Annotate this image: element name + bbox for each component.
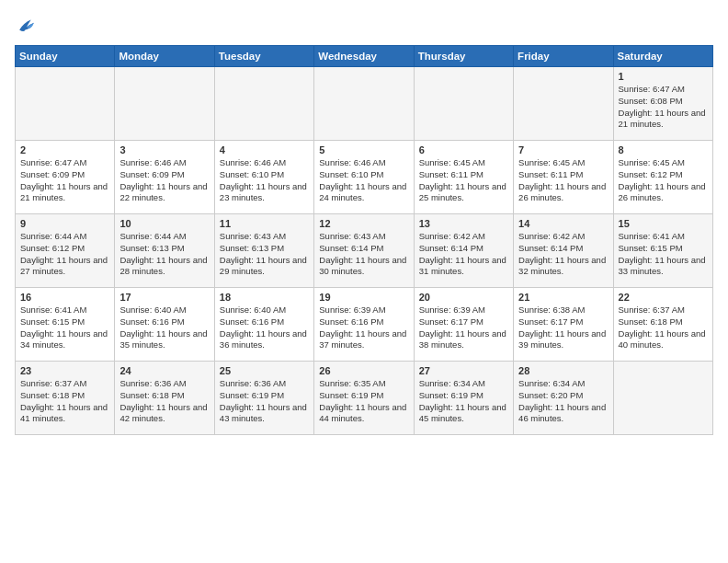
- calendar-cell: 23Sunrise: 6:37 AMSunset: 6:18 PMDayligh…: [16, 362, 115, 435]
- day-number: 26: [319, 365, 408, 376]
- weekday-header-saturday: Saturday: [613, 46, 712, 67]
- day-info: Sunrise: 6:45 AMSunset: 6:11 PMDaylight:…: [419, 157, 508, 204]
- day-number: 14: [518, 218, 608, 229]
- day-info: Sunrise: 6:44 AMSunset: 6:12 PMDaylight:…: [20, 231, 109, 278]
- day-info: Sunrise: 6:40 AMSunset: 6:16 PMDaylight:…: [220, 304, 309, 351]
- calendar-cell: [613, 362, 712, 435]
- day-info: Sunrise: 6:38 AMSunset: 6:17 PMDaylight:…: [518, 304, 608, 351]
- day-number: 2: [20, 144, 109, 155]
- day-info: Sunrise: 6:44 AMSunset: 6:13 PMDaylight:…: [119, 231, 209, 278]
- day-number: 19: [319, 292, 408, 303]
- calendar-cell: 28Sunrise: 6:34 AMSunset: 6:20 PMDayligh…: [514, 362, 613, 435]
- calendar-cell: 19Sunrise: 6:39 AMSunset: 6:16 PMDayligh…: [314, 288, 414, 362]
- day-number: 3: [119, 144, 209, 155]
- weekday-header-sunday: Sunday: [16, 46, 115, 67]
- calendar-cell: [214, 67, 313, 141]
- calendar-week-row: 1Sunrise: 6:47 AMSunset: 6:08 PMDaylight…: [16, 67, 713, 141]
- calendar-cell: 17Sunrise: 6:40 AMSunset: 6:16 PMDayligh…: [115, 288, 214, 362]
- day-number: 15: [619, 218, 708, 229]
- calendar-cell: 4Sunrise: 6:46 AMSunset: 6:10 PMDaylight…: [214, 141, 313, 214]
- calendar-cell: 2Sunrise: 6:47 AMSunset: 6:09 PMDaylight…: [16, 141, 115, 214]
- calendar-cell: [314, 67, 414, 141]
- weekday-header-thursday: Thursday: [414, 46, 513, 67]
- calendar-week-row: 9Sunrise: 6:44 AMSunset: 6:12 PMDaylight…: [16, 214, 713, 288]
- day-info: Sunrise: 6:37 AMSunset: 6:18 PMDaylight:…: [20, 378, 109, 425]
- day-number: 22: [619, 292, 708, 303]
- day-info: Sunrise: 6:42 AMSunset: 6:14 PMDaylight:…: [419, 231, 508, 278]
- calendar-cell: 22Sunrise: 6:37 AMSunset: 6:18 PMDayligh…: [613, 288, 712, 362]
- calendar-cell: 14Sunrise: 6:42 AMSunset: 6:14 PMDayligh…: [514, 214, 613, 288]
- day-info: Sunrise: 6:41 AMSunset: 6:15 PMDaylight:…: [20, 304, 109, 351]
- calendar-cell: 15Sunrise: 6:41 AMSunset: 6:15 PMDayligh…: [613, 214, 712, 288]
- day-number: 27: [419, 365, 508, 376]
- day-info: Sunrise: 6:36 AMSunset: 6:18 PMDaylight:…: [119, 378, 209, 425]
- calendar-cell: 7Sunrise: 6:45 AMSunset: 6:11 PMDaylight…: [514, 141, 613, 214]
- calendar-cell: 25Sunrise: 6:36 AMSunset: 6:19 PMDayligh…: [214, 362, 313, 435]
- day-number: 4: [220, 144, 309, 155]
- day-number: 8: [619, 144, 708, 155]
- calendar-header-row: SundayMondayTuesdayWednesdayThursdayFrid…: [16, 46, 713, 67]
- day-info: Sunrise: 6:37 AMSunset: 6:18 PMDaylight:…: [619, 304, 708, 351]
- day-number: 12: [319, 218, 408, 229]
- day-info: Sunrise: 6:45 AMSunset: 6:12 PMDaylight:…: [619, 157, 708, 204]
- day-number: 17: [119, 292, 209, 303]
- calendar-cell: 8Sunrise: 6:45 AMSunset: 6:12 PMDaylight…: [613, 141, 712, 214]
- day-number: 24: [119, 365, 209, 376]
- day-number: 10: [119, 218, 209, 229]
- day-number: 20: [419, 292, 508, 303]
- day-number: 21: [518, 292, 608, 303]
- calendar-cell: 21Sunrise: 6:38 AMSunset: 6:17 PMDayligh…: [514, 288, 613, 362]
- day-info: Sunrise: 6:46 AMSunset: 6:09 PMDaylight:…: [119, 157, 209, 204]
- day-info: Sunrise: 6:45 AMSunset: 6:11 PMDaylight:…: [518, 157, 608, 204]
- day-info: Sunrise: 6:34 AMSunset: 6:19 PMDaylight:…: [419, 378, 508, 425]
- calendar-cell: [514, 67, 613, 141]
- day-number: 11: [220, 218, 309, 229]
- calendar-table: SundayMondayTuesdayWednesdayThursdayFrid…: [15, 45, 713, 435]
- calendar-cell: 3Sunrise: 6:46 AMSunset: 6:09 PMDaylight…: [115, 141, 214, 214]
- day-info: Sunrise: 6:34 AMSunset: 6:20 PMDaylight:…: [518, 378, 608, 425]
- day-number: 25: [220, 365, 309, 376]
- calendar-cell: 5Sunrise: 6:46 AMSunset: 6:10 PMDaylight…: [314, 141, 414, 214]
- page-header: [15, 15, 713, 40]
- calendar-cell: 9Sunrise: 6:44 AMSunset: 6:12 PMDaylight…: [16, 214, 115, 288]
- calendar-cell: 11Sunrise: 6:43 AMSunset: 6:13 PMDayligh…: [214, 214, 313, 288]
- weekday-header-friday: Friday: [514, 46, 613, 67]
- day-info: Sunrise: 6:47 AMSunset: 6:09 PMDaylight:…: [20, 157, 109, 204]
- calendar-cell: 18Sunrise: 6:40 AMSunset: 6:16 PMDayligh…: [214, 288, 313, 362]
- day-number: 18: [220, 292, 309, 303]
- day-info: Sunrise: 6:43 AMSunset: 6:14 PMDaylight:…: [319, 231, 408, 278]
- day-info: Sunrise: 6:39 AMSunset: 6:17 PMDaylight:…: [419, 304, 508, 351]
- calendar-week-row: 2Sunrise: 6:47 AMSunset: 6:09 PMDaylight…: [16, 141, 713, 214]
- day-info: Sunrise: 6:36 AMSunset: 6:19 PMDaylight:…: [220, 378, 309, 425]
- logo: [15, 15, 37, 40]
- day-number: 23: [20, 365, 109, 376]
- day-number: 16: [20, 292, 109, 303]
- day-number: 1: [619, 71, 708, 82]
- day-info: Sunrise: 6:41 AMSunset: 6:15 PMDaylight:…: [619, 231, 708, 278]
- weekday-header-wednesday: Wednesday: [314, 46, 414, 67]
- day-info: Sunrise: 6:47 AMSunset: 6:08 PMDaylight:…: [619, 84, 708, 131]
- calendar-cell: 27Sunrise: 6:34 AMSunset: 6:19 PMDayligh…: [414, 362, 513, 435]
- day-number: 6: [419, 144, 508, 155]
- calendar-cell: [16, 67, 115, 141]
- calendar-cell: 6Sunrise: 6:45 AMSunset: 6:11 PMDaylight…: [414, 141, 513, 214]
- day-number: 28: [518, 365, 608, 376]
- calendar-cell: 13Sunrise: 6:42 AMSunset: 6:14 PMDayligh…: [414, 214, 513, 288]
- calendar-cell: 12Sunrise: 6:43 AMSunset: 6:14 PMDayligh…: [314, 214, 414, 288]
- day-info: Sunrise: 6:39 AMSunset: 6:16 PMDaylight:…: [319, 304, 408, 351]
- calendar-cell: 1Sunrise: 6:47 AMSunset: 6:08 PMDaylight…: [613, 67, 712, 141]
- day-number: 13: [419, 218, 508, 229]
- day-number: 7: [518, 144, 608, 155]
- calendar-week-row: 23Sunrise: 6:37 AMSunset: 6:18 PMDayligh…: [16, 362, 713, 435]
- weekday-header-monday: Monday: [115, 46, 214, 67]
- calendar-cell: [115, 67, 214, 141]
- calendar-cell: 10Sunrise: 6:44 AMSunset: 6:13 PMDayligh…: [115, 214, 214, 288]
- calendar-week-row: 16Sunrise: 6:41 AMSunset: 6:15 PMDayligh…: [16, 288, 713, 362]
- day-number: 5: [319, 144, 408, 155]
- calendar-cell: 16Sunrise: 6:41 AMSunset: 6:15 PMDayligh…: [16, 288, 115, 362]
- day-info: Sunrise: 6:43 AMSunset: 6:13 PMDaylight:…: [220, 231, 309, 278]
- day-info: Sunrise: 6:42 AMSunset: 6:14 PMDaylight:…: [518, 231, 608, 278]
- day-info: Sunrise: 6:46 AMSunset: 6:10 PMDaylight:…: [319, 157, 408, 204]
- day-info: Sunrise: 6:40 AMSunset: 6:16 PMDaylight:…: [119, 304, 209, 351]
- calendar-cell: 24Sunrise: 6:36 AMSunset: 6:18 PMDayligh…: [115, 362, 214, 435]
